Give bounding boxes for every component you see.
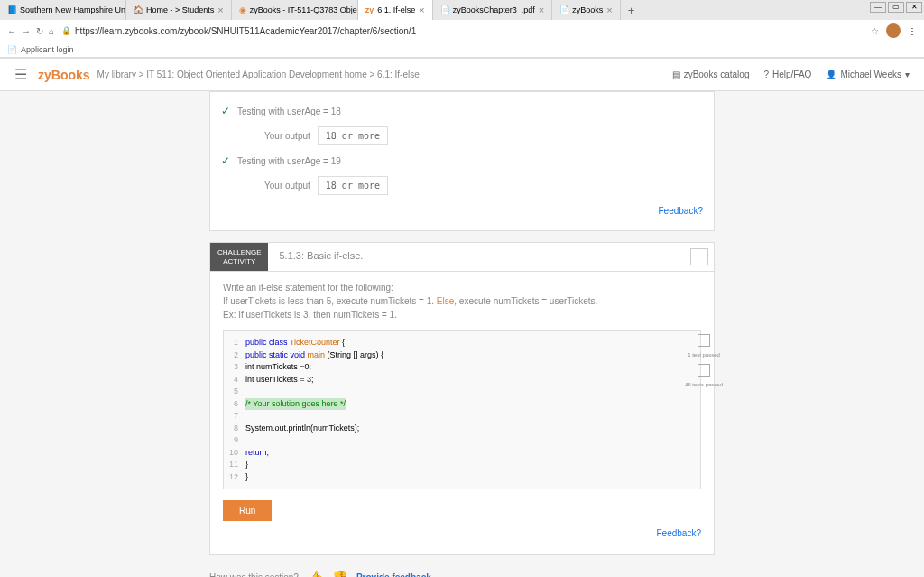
close-icon[interactable]: × xyxy=(606,5,612,15)
test-results-block: ✓ Testing with userAge = 18 Your output … xyxy=(209,91,715,231)
close-icon[interactable]: × xyxy=(419,5,424,15)
test-status-box xyxy=(698,364,710,377)
menu-icon[interactable]: ⋮ xyxy=(908,26,917,36)
code-content[interactable]: public class TicketCounter { public stat… xyxy=(245,337,695,483)
lock-icon: 🔒 xyxy=(61,26,71,35)
close-icon[interactable]: × xyxy=(539,5,544,15)
feedback-link[interactable]: Feedback? xyxy=(223,521,701,545)
main-column: ✓ Testing with userAge = 18 Your output … xyxy=(209,91,715,577)
zybooks-header: ☰ zyBooks My library > IT 511: Object Or… xyxy=(0,59,924,91)
catalog-link[interactable]: ▤ zyBooks catalog xyxy=(672,70,750,79)
run-button[interactable]: Run xyxy=(223,500,272,521)
tab-title: Southern New Hampshire Universi xyxy=(20,5,126,14)
tab-prefix: zy xyxy=(365,5,374,14)
tab-title: Home - > Students xyxy=(146,5,214,14)
tab-title: 6.1. If-else xyxy=(377,5,415,14)
instruction-line: Write an if-else statement for the follo… xyxy=(223,281,701,294)
back-button[interactable]: ← xyxy=(7,26,16,36)
tab-title: zyBooks - IT-511-Q3783 Object Or xyxy=(250,5,358,14)
tab-favicon: 🏠 xyxy=(134,5,143,14)
instruction-line: If userTickets is less than 5, execute n… xyxy=(223,294,701,308)
tab-favicon: 📘 xyxy=(7,5,16,14)
chevron-down-icon: ▾ xyxy=(905,70,910,79)
breadcrumb: My library > IT 511: Object Oriented App… xyxy=(97,70,420,79)
browser-tab[interactable]: ◉ zyBooks - IT-511-Q3783 Object Or × xyxy=(232,0,358,20)
thumb-up-icon[interactable]: 👍 xyxy=(308,570,323,577)
output-value: 18 or more xyxy=(318,176,388,195)
restore-button[interactable]: ▭ xyxy=(888,2,904,13)
home-button[interactable]: ⌂ xyxy=(49,26,54,36)
test-label: Testing with userAge = 18 xyxy=(237,107,341,116)
help-icon: ? xyxy=(763,70,769,79)
browser-tab[interactable]: 🏠 Home - > Students × xyxy=(126,0,232,20)
challenge-body: Write an if-else statement for the follo… xyxy=(210,272,714,554)
tab-favicon: 📄 xyxy=(440,5,449,14)
feedback-link[interactable]: Feedback? xyxy=(221,199,703,223)
code-area: 1 2 3 4 5 6 7 8 9 10 11 12 xyxy=(223,330,701,489)
challenge-header: CHALLENGE ACTIVITY 5.1.3: Basic if-else. xyxy=(210,243,714,272)
close-icon[interactable]: × xyxy=(217,5,223,15)
test-status-label: 1 test passed xyxy=(688,352,720,358)
profile-avatar[interactable] xyxy=(886,23,901,38)
challenge-activity: CHALLENGE ACTIVITY 5.1.3: Basic if-else.… xyxy=(209,242,715,555)
instruction-line: Ex: If userTickets is 3, then numTickets… xyxy=(223,308,701,321)
output-row: Your output 18 or more xyxy=(221,172,703,199)
browser-tab-active[interactable]: zy 6.1. If-else × xyxy=(358,0,433,20)
output-value: 18 or more xyxy=(318,126,388,145)
test-label: Testing with userAge = 19 xyxy=(237,156,341,166)
bookmark-item[interactable]: Applicant login xyxy=(21,45,74,54)
challenge-badge: CHALLENGE ACTIVITY xyxy=(210,243,268,271)
url-right-icons: ☆ ⋮ xyxy=(871,23,917,38)
nav-arrows: ← → ↻ ⌂ xyxy=(7,26,54,36)
code-editor[interactable]: 1 2 3 4 5 6 7 8 9 10 11 12 xyxy=(223,330,701,489)
new-tab-button[interactable]: + xyxy=(621,4,642,17)
browser-tab[interactable]: 📘 Southern New Hampshire Universi × xyxy=(0,0,126,20)
url-bar: ← → ↻ ⌂ 🔒 https://learn.zybooks.com/zybo… xyxy=(0,20,924,42)
book-icon: ▤ xyxy=(672,70,680,79)
tab-bar: 📘 Southern New Hampshire Universi × 🏠 Ho… xyxy=(0,0,924,20)
tab-favicon: ◉ xyxy=(239,5,246,14)
output-row: Your output 18 or more xyxy=(221,123,703,149)
help-link[interactable]: ? Help/FAQ xyxy=(763,70,811,79)
minimize-button[interactable]: — xyxy=(870,2,886,13)
tab-title: zyBooksChapter3_.pdf xyxy=(453,5,535,14)
instructions: Write an if-else statement for the follo… xyxy=(223,281,701,321)
feedback-question: How was this section? xyxy=(209,572,299,577)
output-label: Your output xyxy=(264,181,310,191)
browser-chrome: 📘 Southern New Hampshire Universi × 🏠 Ho… xyxy=(0,0,924,59)
checkmark-icon: ✓ xyxy=(221,105,230,117)
forward-button[interactable]: → xyxy=(22,26,31,36)
thumb-down-icon[interactable]: 👎 xyxy=(332,570,347,577)
provide-feedback-link[interactable]: Provide feedback xyxy=(356,572,431,577)
output-label: Your output xyxy=(264,131,310,141)
content-area: ✓ Testing with userAge = 18 Your output … xyxy=(0,91,924,577)
browser-tab[interactable]: 📄 zyBooks × xyxy=(552,0,620,20)
user-menu[interactable]: 👤 Michael Weeks ▾ xyxy=(826,70,910,79)
url-input[interactable]: 🔒 https://learn.zybooks.com/zybook/SNHUI… xyxy=(61,26,864,36)
hamburger-icon[interactable]: ☰ xyxy=(14,66,27,83)
user-icon: 👤 xyxy=(826,70,836,79)
challenge-title: 5.1.3: Basic if-else. xyxy=(268,243,685,271)
header-right: ▤ zyBooks catalog ? Help/FAQ 👤 Michael W… xyxy=(672,70,910,79)
bookmark-icon: 📄 xyxy=(7,45,17,54)
checkmark-icon: ✓ xyxy=(221,154,230,167)
browser-tab[interactable]: 📄 zyBooksChapter3_.pdf × xyxy=(433,0,553,20)
challenge-status-box xyxy=(690,248,708,265)
test-row: ✓ Testing with userAge = 19 xyxy=(221,149,703,172)
test-row: ✓ Testing with userAge = 18 xyxy=(221,99,703,123)
line-numbers: 1 2 3 4 5 6 7 8 9 10 11 12 xyxy=(229,337,245,483)
close-button[interactable]: ✕ xyxy=(906,2,922,13)
test-status-label: All tests passed xyxy=(685,382,723,388)
section-feedback: How was this section? 👍 👎 Provide feedba… xyxy=(209,555,715,577)
url-text: https://learn.zybooks.com/zybook/SNHUIT5… xyxy=(75,26,416,36)
tab-favicon: 📄 xyxy=(559,5,568,14)
test-status-sidebar: 1 test passed All tests passed xyxy=(685,334,723,387)
window-controls: — ▭ ✕ xyxy=(868,0,924,14)
reload-button[interactable]: ↻ xyxy=(36,26,43,36)
bookmark-bar: 📄 Applicant login xyxy=(0,42,924,58)
test-status-box xyxy=(698,334,710,347)
tab-title: zyBooks xyxy=(572,5,603,14)
bookmark-star-icon[interactable]: ☆ xyxy=(871,26,879,36)
brand-logo[interactable]: zyBooks xyxy=(38,68,90,82)
